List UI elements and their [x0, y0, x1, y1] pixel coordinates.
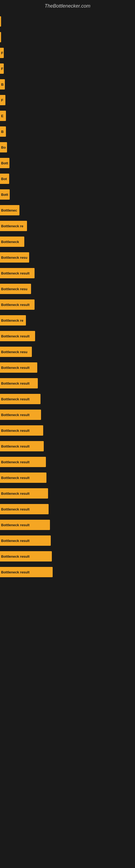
- bar-label: Bottleneck resu: [1, 255, 28, 259]
- bar-row: Bottleneck result: [0, 486, 135, 501]
- bar-label: F: [1, 67, 3, 71]
- bar-label: E: [1, 114, 3, 118]
- bar-label: Bott: [1, 193, 8, 197]
- bar-row: Bott: [0, 155, 135, 170]
- bar-label: Bottleneck: [1, 240, 19, 244]
- bar-item: Bottleneck result: [0, 410, 41, 420]
- bar-item: F: [0, 63, 4, 74]
- bar-item: Bottleneck result: [0, 472, 46, 483]
- bar-row: Bottleneck resu: [0, 344, 135, 360]
- bar-item: Bottleneck: [0, 237, 24, 247]
- bar-row: B: [0, 124, 135, 139]
- bar-row: Bot: [0, 171, 135, 186]
- bar-row: Bottleneck resu: [0, 281, 135, 297]
- bar-row: B: [0, 77, 135, 92]
- bar-label: Bottleneck result: [1, 334, 30, 338]
- bar-item: Bottleneck result: [0, 567, 53, 577]
- bar-row: Bottleneck result: [0, 517, 135, 532]
- bar-row: Bottlenec: [0, 203, 135, 218]
- bar-label: Bottleneck result: [1, 460, 30, 464]
- bar-label: Bottleneck result: [1, 271, 30, 275]
- bar-label: Bottleneck result: [1, 570, 30, 574]
- bar-item: F: [0, 48, 4, 58]
- bar-label: Bottleneck result: [1, 476, 30, 480]
- bar-row: [0, 14, 135, 29]
- bar-row: Bottleneck result: [0, 423, 135, 438]
- bar-row: F: [0, 93, 135, 108]
- bar-row: Bottleneck result: [0, 470, 135, 485]
- bar-row: Bottleneck result: [0, 533, 135, 548]
- bars-container: FFBFEBBoBottBotBottBottlenecBottleneck r…: [0, 11, 135, 583]
- bar-label: Bo: [1, 145, 6, 150]
- bar-row: Bottleneck result: [0, 407, 135, 422]
- bar-row: Bottleneck result: [0, 392, 135, 407]
- bar-row: E: [0, 108, 135, 123]
- bar-label: Bottleneck result: [1, 429, 30, 433]
- bar-label: Bottleneck result: [1, 523, 30, 527]
- bar-row: Bottleneck: [0, 234, 135, 249]
- bar-label: Bottleneck result: [1, 366, 30, 370]
- site-title: TheBottlenecker.com: [0, 0, 135, 11]
- bar-label: Bottleneck result: [1, 381, 30, 385]
- bar-row: F: [0, 61, 135, 76]
- bar-label: F: [1, 98, 3, 102]
- bar-row: Bottleneck result: [0, 454, 135, 469]
- bar-item: Bott: [0, 189, 10, 199]
- bar-item: Bottleneck resu: [0, 284, 31, 294]
- bar-item: Bottleneck result: [0, 362, 37, 373]
- bar-row: Bottleneck result: [0, 564, 135, 580]
- bar-row: Bottleneck resu: [0, 250, 135, 265]
- bar-item: Bottleneck result: [0, 331, 35, 341]
- bar-item: Bottleneck result: [0, 535, 51, 546]
- bar-item: Bo: [0, 142, 7, 152]
- bar-label: Bottleneck result: [1, 492, 30, 496]
- bar-item: Bottleneck result: [0, 441, 44, 452]
- bar-row: Bott: [0, 187, 135, 202]
- bar-item: Bottleneck result: [0, 504, 49, 514]
- bar-item: Bottleneck result: [0, 394, 41, 404]
- bar-item: Bottleneck result: [0, 488, 48, 499]
- bar-label: Bottleneck re: [1, 318, 23, 322]
- bar-label: Bot: [1, 177, 7, 181]
- bar-row: Bottleneck result: [0, 329, 135, 344]
- bar-item: Bottleneck resu: [0, 252, 29, 262]
- bar-item: E: [0, 111, 6, 121]
- bar-row: Bottleneck result: [0, 297, 135, 312]
- bar-item: [0, 32, 1, 42]
- bar-label: B: [1, 83, 3, 87]
- bar-row: F: [0, 45, 135, 61]
- bar-item: Bottleneck result: [0, 520, 50, 530]
- bar-row: Bo: [0, 140, 135, 155]
- bar-row: Bottleneck result: [0, 439, 135, 454]
- bar-item: Bottlenec: [0, 205, 19, 215]
- bar-label: Bottleneck resu: [1, 350, 28, 354]
- bar-item: B: [0, 126, 6, 137]
- bar-row: Bottleneck result: [0, 549, 135, 564]
- bar-row: Bottleneck result: [0, 501, 135, 517]
- bar-label: F: [1, 51, 3, 55]
- bar-label: Bottleneck result: [1, 507, 30, 511]
- bar-label: Bottleneck result: [1, 539, 30, 543]
- bar-label: Bottleneck re: [1, 224, 23, 228]
- bar-item: Bottleneck re: [0, 221, 27, 231]
- bar-item: Bottleneck result: [0, 457, 46, 467]
- bar-item: Bottleneck result: [0, 425, 43, 436]
- bar-row: Bottleneck re: [0, 313, 135, 328]
- bar-label: Bottlenec: [1, 208, 17, 212]
- bar-label: B: [1, 130, 3, 134]
- bar-item: Bottleneck result: [0, 378, 38, 389]
- bar-label: Bott: [1, 161, 8, 165]
- bar-item: [0, 16, 1, 27]
- bar-item: Bot: [0, 174, 9, 184]
- bar-row: [0, 30, 135, 45]
- bar-item: Bottleneck resu: [0, 347, 32, 357]
- bar-label: Bottleneck result: [1, 444, 30, 448]
- bar-label: Bottleneck result: [1, 303, 30, 307]
- bar-label: Bottleneck result: [1, 397, 30, 401]
- bar-item: Bott: [0, 158, 9, 168]
- bar-row: Bottleneck result: [0, 266, 135, 281]
- bar-item: Bottleneck result: [0, 551, 52, 561]
- bar-row: Bottleneck result: [0, 360, 135, 375]
- bar-item: F: [0, 95, 5, 105]
- bar-item: Bottleneck result: [0, 300, 35, 310]
